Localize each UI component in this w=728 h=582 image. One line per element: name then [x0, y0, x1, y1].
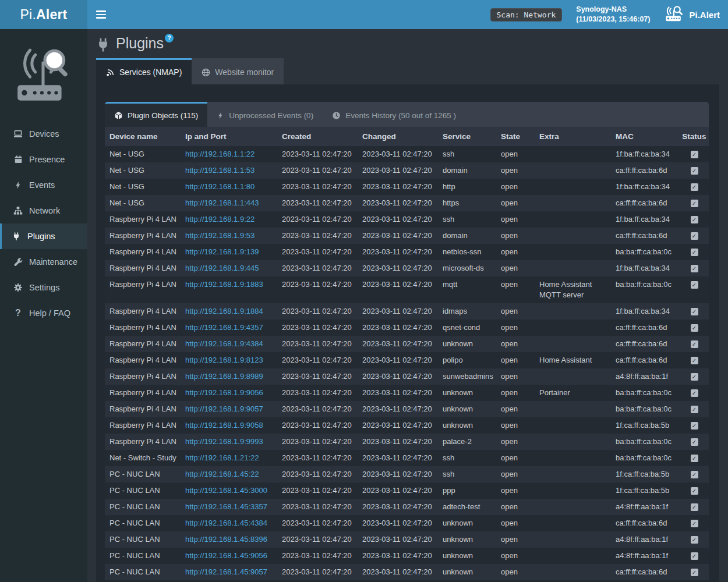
sidebar-item-help[interactable]: ? Help / FAQ: [0, 300, 87, 326]
ip-port-link[interactable]: http://192.168.1.45:4384: [185, 519, 267, 527]
ip-port-link[interactable]: http://192.168.1.9:445: [185, 264, 259, 272]
extra-cell: [535, 417, 611, 434]
state-cell: open: [496, 228, 535, 244]
status-checkbox[interactable]: ✓: [691, 536, 698, 544]
ip-port-link[interactable]: http://192.168.1.21:22: [185, 453, 259, 462]
status-checkbox[interactable]: ✓: [691, 281, 698, 289]
ip-port-link[interactable]: http://192.168.1.9:9058: [185, 421, 263, 430]
created-cell: 2023-03-11 02:47:20: [277, 146, 358, 162]
sidebar-item-devices[interactable]: Devices: [0, 121, 87, 147]
status-checkbox[interactable]: ✓: [691, 487, 698, 495]
subtab-plugin-objects[interactable]: Plugin Objects (115): [105, 102, 207, 127]
created-cell: 2023-03-11 02:47:20: [277, 482, 358, 499]
ip-port-link[interactable]: http://192.168.1.1:53: [185, 166, 255, 175]
status-checkbox[interactable]: ✓: [691, 340, 698, 348]
ip-port-link[interactable]: http://192.168.1.45:22: [185, 470, 259, 478]
status-checkbox[interactable]: ✓: [691, 471, 698, 478]
sidebar-item-events[interactable]: Events: [0, 172, 87, 198]
status-checkbox[interactable]: ✓: [691, 200, 698, 207]
sidebar-item-maintenance[interactable]: Maintenance: [0, 249, 87, 275]
ip-port-link[interactable]: http://192.168.1.1:443: [185, 198, 259, 207]
app-logo[interactable]: Pi.Alert: [0, 0, 87, 29]
ip-port-link[interactable]: http://192.168.1.45:9057: [185, 567, 267, 576]
status-checkbox[interactable]: ✓: [691, 569, 698, 576]
sidebar-item-network[interactable]: Network: [0, 198, 87, 223]
subtab-events-history[interactable]: Events History (50 out of 1265 ): [323, 102, 465, 127]
ip-port-link[interactable]: http://192.168.1.45:3357: [185, 502, 267, 511]
col-extra[interactable]: Extra: [535, 127, 611, 146]
ip-port-link[interactable]: http://192.168.1.9:8989: [185, 372, 263, 381]
col-ip-port[interactable]: Ip and Port: [181, 127, 277, 146]
ip-port-link[interactable]: http://192.168.1.9:1883: [185, 280, 263, 289]
status-checkbox[interactable]: ✓: [691, 357, 698, 364]
tab-services-nmap[interactable]: Services (NMAP): [96, 58, 192, 84]
ip-port-link[interactable]: http://192.168.1.9:4357: [185, 323, 263, 332]
ip-port-link[interactable]: http://192.168.1.1:80: [185, 182, 255, 191]
ip-port-link[interactable]: http://192.168.1.9:53: [185, 231, 255, 240]
col-status[interactable]: Status: [680, 127, 709, 146]
help-badge[interactable]: ?: [165, 34, 174, 42]
service-cell: https: [438, 195, 496, 211]
ip-port-link[interactable]: http://192.168.1.9:9056: [185, 388, 263, 397]
state-cell: open: [496, 260, 535, 276]
mac-cell: ca:ff:ff:ca:ba:6d: [611, 515, 680, 531]
status-checkbox[interactable]: ✓: [691, 455, 698, 462]
sidebar-item-settings[interactable]: Settings: [0, 275, 87, 300]
hamburger-menu-icon[interactable]: [87, 0, 114, 29]
table-row: Raspberry Pi 4 LANhttp://192.168.1.9:898…: [105, 368, 709, 385]
ip-port-link[interactable]: http://192.168.1.9:4384: [185, 339, 263, 348]
table-row: Net - Switch - Studyhttp://192.168.1.21:…: [105, 450, 709, 466]
col-mac[interactable]: MAC: [611, 127, 680, 146]
status-checkbox[interactable]: ✓: [691, 389, 698, 397]
status-checkbox[interactable]: ✓: [691, 422, 698, 430]
table-row: Net - USGhttp://192.168.1.1:4432023-03-1…: [105, 195, 709, 211]
changed-cell: 2023-03-11 02:47:20: [358, 179, 438, 195]
ip-port-link[interactable]: http://192.168.1.45:3000: [185, 486, 267, 495]
ip-port-link[interactable]: http://192.168.1.9:9057: [185, 404, 263, 413]
status-cell: ✓: [680, 276, 709, 303]
ip-port-link[interactable]: http://192.168.1.45:8396: [185, 535, 267, 544]
ip-port-link[interactable]: http://192.168.1.9:22: [185, 215, 255, 223]
ip-port-cell: http://192.168.1.21:22: [181, 450, 277, 466]
sidebar-item-label: Events: [29, 180, 55, 190]
table-row: Net - USGhttp://192.168.1.1:222023-03-11…: [105, 146, 709, 162]
col-service[interactable]: Service: [438, 127, 496, 146]
status-cell: ✓: [680, 434, 709, 450]
status-checkbox[interactable]: ✓: [691, 232, 698, 240]
gear-icon: [13, 283, 23, 292]
ip-port-link[interactable]: http://192.168.1.1:22: [185, 150, 255, 158]
tab-website-monitor[interactable]: Website monitor: [192, 58, 284, 84]
ip-port-link[interactable]: http://192.168.1.45:9056: [185, 551, 267, 560]
status-checkbox[interactable]: ✓: [691, 308, 698, 315]
status-checkbox[interactable]: ✓: [691, 373, 698, 381]
status-checkbox[interactable]: ✓: [691, 406, 698, 413]
sidebar-item-presence[interactable]: Presence: [0, 147, 87, 172]
status-checkbox[interactable]: ✓: [691, 151, 698, 158]
status-checkbox[interactable]: ✓: [691, 438, 698, 446]
status-checkbox[interactable]: ✓: [691, 167, 698, 175]
sidebar-item-label: Network: [29, 206, 60, 215]
status-checkbox[interactable]: ✓: [691, 552, 698, 560]
device-name-cell: Raspberry Pi 4 LAN: [105, 434, 181, 450]
navbar-brand[interactable]: Pi.Alert: [664, 5, 720, 24]
status-checkbox[interactable]: ✓: [691, 183, 698, 191]
ip-port-link[interactable]: http://192.168.1.9:9993: [185, 437, 263, 446]
status-cell: ✓: [680, 482, 709, 499]
col-device-name[interactable]: Device name: [105, 127, 181, 146]
col-changed[interactable]: Changed: [358, 127, 438, 146]
ip-port-link[interactable]: http://192.168.1.9:8123: [185, 356, 263, 364]
status-checkbox[interactable]: ✓: [691, 503, 698, 511]
status-checkbox[interactable]: ✓: [691, 265, 698, 272]
changed-cell: 2023-03-11 02:47:20: [358, 211, 438, 228]
status-checkbox[interactable]: ✓: [691, 216, 698, 223]
created-cell: 2023-03-11 02:47:20: [277, 417, 358, 434]
col-state[interactable]: State: [496, 127, 535, 146]
subtab-unprocessed-events[interactable]: Unprocessed Events (0): [207, 102, 323, 127]
ip-port-link[interactable]: http://192.168.1.9:1884: [185, 307, 263, 315]
status-checkbox[interactable]: ✓: [691, 520, 698, 527]
status-checkbox[interactable]: ✓: [691, 324, 698, 332]
sidebar-item-plugins[interactable]: Plugins: [0, 223, 87, 249]
ip-port-link[interactable]: http://192.168.1.9:139: [185, 247, 259, 256]
col-created[interactable]: Created: [277, 127, 358, 146]
status-checkbox[interactable]: ✓: [691, 249, 698, 256]
